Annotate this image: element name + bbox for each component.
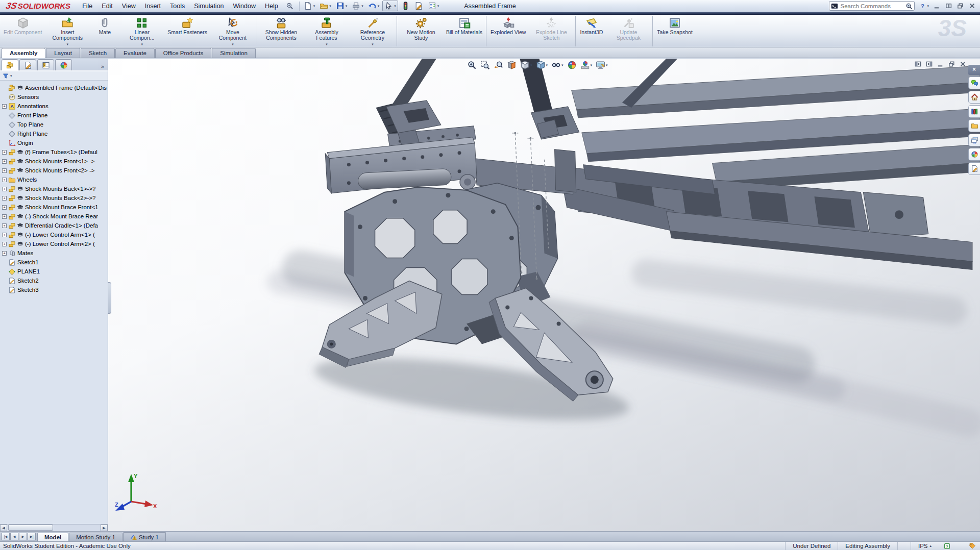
menu-item[interactable]: Insert [140,2,165,11]
panel-splitter-handle[interactable] [108,282,111,314]
menu-item[interactable]: File [78,2,97,11]
toolbar-button[interactable]: Reference Geometry ▾ [350,16,396,46]
design-library-tab[interactable] [968,105,980,118]
tree-item[interactable]: + Shock Mounts Back<2>->? [2,193,108,203]
minimize-button[interactable]: ▾ [932,2,942,10]
toolbar-button[interactable]: Explode Line Sketch ▾ [528,16,574,46]
document-tab[interactable]: Model [37,533,68,541]
dropdown-caret-icon[interactable]: ▾ [232,42,234,46]
display-style-icon[interactable]: ▾ [536,60,548,70]
file-properties-button[interactable]: ▾ [413,1,425,11]
expand-toggle[interactable]: + [2,242,7,246]
scroll-right-arrow[interactable]: ▶ [101,524,108,531]
menu-item[interactable]: Tools [165,2,189,11]
toolbar-button[interactable]: Bill of Materials ▾ [444,16,485,46]
graphics-viewport[interactable]: ▾▾▾▾▾▾▾▾▾▾ × Y X Z [108,59,980,531]
expand-toggle[interactable]: + [2,150,7,155]
toolbar-button[interactable]: Assembly Features ▾ [304,16,350,46]
help-button[interactable]: ▾ [918,2,930,10]
display-manager-tab[interactable] [55,59,72,70]
expand-toggle[interactable]: + [2,196,7,201]
expand-toggle[interactable]: + [2,178,7,182]
previous-view-icon[interactable]: ▾ [494,60,503,70]
tree-item[interactable]: + Sensors [2,92,108,102]
dropdown-caret-icon[interactable]: ▾ [141,42,143,46]
toolbar-button[interactable]: Linear Compon... ▾ [119,16,165,46]
toolbar-button[interactable]: Instant3D ▾ [575,16,605,46]
model-canvas[interactable] [108,59,980,531]
tree-item[interactable]: + (-) Shock Mount Brace Rear [2,212,108,221]
tree-item[interactable]: + Sketch2 [2,276,108,285]
hide-show-items-icon[interactable]: ▾ [551,60,564,70]
configuration-manager-tab[interactable] [37,59,54,70]
expand-toggle[interactable]: + [2,187,7,191]
search-icon[interactable] [905,3,913,10]
filter-caret-icon[interactable]: ▾ [10,74,12,78]
tree-item[interactable]: + Shock Mounts Front<2> -> [2,166,108,175]
tree-item[interactable]: + PLANE1 [2,267,108,276]
view-palette-tab[interactable] [968,134,980,146]
select-tool-button[interactable]: ▾ [382,1,398,11]
first-tab-button[interactable]: |◀ [2,533,10,540]
toolbar-button[interactable]: New Motion Study ▾ [397,16,444,46]
menu-item[interactable]: Edit [97,2,117,11]
toolbar-button[interactable]: Mate ▾ [90,16,119,46]
task-pane-close-icon[interactable]: × [968,65,980,75]
toolbar-button[interactable]: Exploded View ▾ [486,16,528,46]
tree-item[interactable]: + Mates [2,248,108,258]
panel-overflow-chevron[interactable]: » [99,63,106,70]
tree-item[interactable]: + Front Plane [2,111,108,120]
dropdown-caret-icon[interactable]: ▾ [67,42,69,46]
section-view-icon[interactable]: ▾ [507,60,517,70]
tree-item[interactable]: + Assembled Frame (Default<Dis [2,83,108,92]
expand-toggle[interactable]: + [2,214,7,219]
expand-toggle[interactable]: + [2,251,7,256]
toolbar-button[interactable]: Edit Component ▾ [1,16,44,46]
feature-manager-tab[interactable] [2,59,18,70]
options-button[interactable]: ▾ [426,1,441,11]
view-orientation-icon[interactable]: ▾ [520,60,532,70]
toolbar-button[interactable]: Update Speedpak ▾ [605,16,651,46]
restore-document-button[interactable] [948,60,955,68]
tree-item[interactable]: + Origin [2,138,108,147]
expand-toggle[interactable]: + [2,104,7,109]
scroll-track[interactable] [7,524,101,531]
zoom-to-area-icon[interactable]: ▾ [480,60,490,70]
tag-icon[interactable] [969,542,976,549]
previous-tab-button[interactable]: ◀ [10,533,18,540]
toolbar-button[interactable]: Smart Fasteners ▾ [165,16,210,46]
expand-toggle[interactable]: + [2,168,7,173]
tree-item[interactable]: + (f) Frame Tubes<1> (Defaul [2,147,108,157]
search-commands-input[interactable] [840,3,903,9]
tree-item[interactable]: + Wheels [2,175,108,184]
toolbar-button[interactable]: Take Snapshot ▾ [652,16,695,46]
view-settings-icon[interactable]: ▾ [596,60,608,70]
menu-item[interactable]: View [117,2,140,11]
edit-appearance-icon[interactable]: ▾ [567,60,577,70]
zoom-to-fit-icon[interactable]: ▾ [467,60,477,70]
tree-item[interactable]: + Top Plane [2,120,108,129]
expand-toggle[interactable]: + [2,159,7,164]
scroll-left-arrow[interactable]: ◀ [0,524,7,531]
command-tab[interactable]: Simulation [212,48,256,58]
tree-item[interactable]: + (-) Lower Control Arm<1> ( [2,230,108,239]
close-button[interactable]: ▾ [967,2,977,10]
status-help-icon[interactable] [944,543,950,549]
units-selector[interactable]: IPS▴ [911,542,939,550]
close-document-button[interactable] [959,60,967,68]
document-tab[interactable]: Motion Study 1 [69,533,122,541]
open-button[interactable]: ▾ [318,1,333,11]
document-tab[interactable]: Study 1 [123,532,166,541]
menu-item[interactable]: Help [260,2,283,11]
command-tab[interactable]: Office Products [155,48,211,58]
home-tab[interactable] [968,91,980,104]
scroll-thumb[interactable] [8,524,53,531]
tree-item[interactable]: + Right Plane [2,129,108,138]
print-button[interactable]: ▾ [350,1,365,11]
expand-toggle[interactable]: + [2,233,7,237]
tree-item[interactable]: + Sketch1 [2,258,108,267]
minimize-document-button[interactable] [937,60,944,68]
collapse-pane-left-button[interactable] [914,60,922,68]
collapse-pane-right-button[interactable] [925,60,933,68]
tree-item[interactable]: + (-) Lower Control Arm<2> ( [2,239,108,248]
